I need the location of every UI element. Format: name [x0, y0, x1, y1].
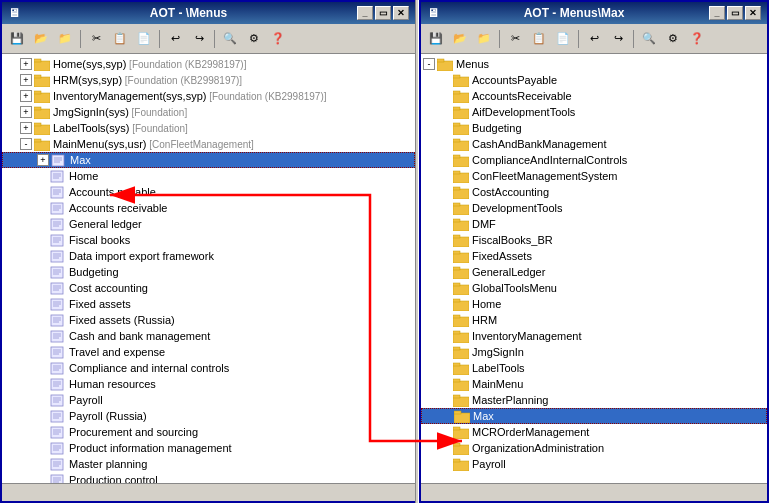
right-close-button[interactable]: ✕	[745, 6, 761, 20]
collapse-icon[interactable]: -	[20, 138, 32, 150]
tree-item-compliance[interactable]: Compliance and internal controls	[2, 360, 415, 376]
expand-icon[interactable]: +	[20, 106, 32, 118]
tree-item-fixed-assets[interactable]: Fixed assets	[2, 296, 415, 312]
tree-item-r-fixedassets[interactable]: FixedAssets	[421, 248, 767, 264]
tree-item-fiscal-books[interactable]: Fiscal books	[2, 232, 415, 248]
tree-item-r-costaccounting[interactable]: CostAccounting	[421, 184, 767, 200]
right-restore-button[interactable]: ▭	[727, 6, 743, 20]
svg-rect-112	[453, 189, 469, 199]
right-toolbar-btn-8[interactable]: ↪	[607, 28, 629, 50]
expand-icon[interactable]: +	[20, 74, 32, 86]
tree-item-home[interactable]: + Home(sys,syp) [Foundation (KB2998197)]	[2, 56, 415, 72]
tree-item-home2[interactable]: Home	[2, 168, 415, 184]
right-toolbar-btn-11[interactable]: ❓	[686, 28, 708, 50]
tree-item-cost-accounting[interactable]: Cost accounting	[2, 280, 415, 296]
right-toolbar-btn-3[interactable]: 📁	[473, 28, 495, 50]
tree-item-budgeting[interactable]: Budgeting	[2, 264, 415, 280]
tree-label: Max	[473, 410, 494, 422]
tree-item-payroll-russia[interactable]: Payroll (Russia)	[2, 408, 415, 424]
right-title-bar: 🖥 AOT - Menus\Max _ ▭ ✕	[421, 2, 767, 24]
tree-item-r-cashandbank[interactable]: CashAndBankManagement	[421, 136, 767, 152]
tree-item-r-jmgsignin[interactable]: JmgSignIn	[421, 344, 767, 360]
tree-item-r-devtools[interactable]: DevelopmentTools	[421, 200, 767, 216]
tree-item-r-mainmenu[interactable]: MainMenu	[421, 376, 767, 392]
right-toolbar-btn-2[interactable]: 📂	[449, 28, 471, 50]
toolbar-btn-7[interactable]: ↩	[164, 28, 186, 50]
restore-button[interactable]: ▭	[375, 6, 391, 20]
tree-item-r-masterplanning[interactable]: MasterPlanning	[421, 392, 767, 408]
tree-item-r-orgadmin[interactable]: OrganizationAdministration	[421, 440, 767, 456]
item-icon	[51, 154, 67, 167]
tree-item-r-confleet[interactable]: ConFleetManagementSystem	[421, 168, 767, 184]
tree-item-hrm[interactable]: + HRM(sys,syp) [Foundation (KB2998197)]	[2, 72, 415, 88]
tree-item-r-menus[interactable]: - Menus	[421, 56, 767, 72]
right-toolbar-btn-7[interactable]: ↩	[583, 28, 605, 50]
expand-icon[interactable]: +	[20, 122, 32, 134]
tree-item-procurement[interactable]: Procurement and sourcing	[2, 424, 415, 440]
right-toolbar-btn-9[interactable]: 🔍	[638, 28, 660, 50]
collapse-icon[interactable]: -	[423, 58, 435, 70]
tree-item-r-aifdevelopment[interactable]: AifDevelopmentTools	[421, 104, 767, 120]
toolbar-btn-6[interactable]: 📄	[133, 28, 155, 50]
tree-item-jmgsignin[interactable]: + JmgSignIn(sys) [Foundation]	[2, 104, 415, 120]
svg-rect-121	[453, 251, 460, 254]
tree-item-r-home[interactable]: Home	[421, 296, 767, 312]
right-toolbar-btn-5[interactable]: 📋	[528, 28, 550, 50]
tree-item-r-fiscalbooks[interactable]: FiscalBooks_BR	[421, 232, 767, 248]
tree-item-r-budgeting[interactable]: Budgeting	[421, 120, 767, 136]
svg-rect-72	[51, 395, 63, 406]
tree-item-invmgmt[interactable]: + InventoryManagement(sys,syp) [Foundati…	[2, 88, 415, 104]
right-tree[interactable]: - Menus AccountsPayable AccountsReceivab…	[421, 54, 767, 483]
right-toolbar-btn-1[interactable]: 💾	[425, 28, 447, 50]
tree-item-r-mcrorder[interactable]: MCROrderManagement	[421, 424, 767, 440]
tree-item-r-globaltoolsmenu[interactable]: GlobalToolsMenu	[421, 280, 767, 296]
tree-item-fixed-assets-russia[interactable]: Fixed assets (Russia)	[2, 312, 415, 328]
toolbar-btn-4[interactable]: ✂	[85, 28, 107, 50]
tree-item-data-import[interactable]: Data import export framework	[2, 248, 415, 264]
right-toolbar-btn-6[interactable]: 📄	[552, 28, 574, 50]
tree-item-human-resources[interactable]: Human resources	[2, 376, 415, 392]
tree-item-travel[interactable]: Travel and expense	[2, 344, 415, 360]
tree-item-product-info[interactable]: Product information management	[2, 440, 415, 456]
tree-item-max[interactable]: + Max	[2, 152, 415, 168]
toolbar-btn-2[interactable]: 📂	[30, 28, 52, 50]
tree-item-production-control[interactable]: Production control	[2, 472, 415, 483]
svg-rect-11	[34, 139, 41, 142]
tree-item-mainmenu[interactable]: - MainMenu(sys,usr) [ConFleetManagement]	[2, 136, 415, 152]
tree-item-accounts-payable[interactable]: Accounts payable	[2, 184, 415, 200]
tree-item-r-labeltools[interactable]: LabelTools	[421, 360, 767, 376]
tree-item-r-generalledger[interactable]: GeneralLedger	[421, 264, 767, 280]
svg-rect-68	[51, 379, 63, 390]
toolbar-btn-10[interactable]: ⚙	[243, 28, 265, 50]
tree-item-r-dmf[interactable]: DMF	[421, 216, 767, 232]
toolbar-btn-5[interactable]: 📋	[109, 28, 131, 50]
tree-item-r-max[interactable]: Max	[421, 408, 767, 424]
tree-item-master-planning[interactable]: Master planning	[2, 456, 415, 472]
toolbar-btn-1[interactable]: 💾	[6, 28, 28, 50]
tree-item-cash-bank[interactable]: Cash and bank management	[2, 328, 415, 344]
right-toolbar-btn-4[interactable]: ✂	[504, 28, 526, 50]
close-button[interactable]: ✕	[393, 6, 409, 20]
toolbar-btn-9[interactable]: 🔍	[219, 28, 241, 50]
tree-item-labeltools[interactable]: + LabelTools(sys) [Foundation]	[2, 120, 415, 136]
toolbar-btn-11[interactable]: ❓	[267, 28, 289, 50]
tree-item-accounts-receivable[interactable]: Accounts receivable	[2, 200, 415, 216]
toolbar-btn-3[interactable]: 📁	[54, 28, 76, 50]
left-tree[interactable]: + Home(sys,syp) [Foundation (KB2998197)]…	[2, 54, 415, 483]
expand-icon[interactable]: +	[37, 154, 49, 166]
expand-icon[interactable]: +	[20, 58, 32, 70]
tree-item-general-ledger[interactable]: General ledger	[2, 216, 415, 232]
minimize-button[interactable]: _	[357, 6, 373, 20]
tree-item-r-accountspayable[interactable]: AccountsPayable	[421, 72, 767, 88]
right-toolbar-btn-10[interactable]: ⚙	[662, 28, 684, 50]
expand-icon[interactable]: +	[20, 90, 32, 102]
tree-item-payroll[interactable]: Payroll	[2, 392, 415, 408]
tree-item-r-inventorymgmt[interactable]: InventoryManagement	[421, 328, 767, 344]
tree-item-r-hrm[interactable]: HRM	[421, 312, 767, 328]
tree-item-r-compliance[interactable]: ComplianceAndInternalControls	[421, 152, 767, 168]
tree-item-r-accountsreceivable[interactable]: AccountsReceivable	[421, 88, 767, 104]
right-minimize-button[interactable]: _	[709, 6, 725, 20]
folder-icon	[34, 106, 50, 119]
toolbar-btn-8[interactable]: ↪	[188, 28, 210, 50]
tree-item-r-payroll[interactable]: Payroll	[421, 456, 767, 472]
